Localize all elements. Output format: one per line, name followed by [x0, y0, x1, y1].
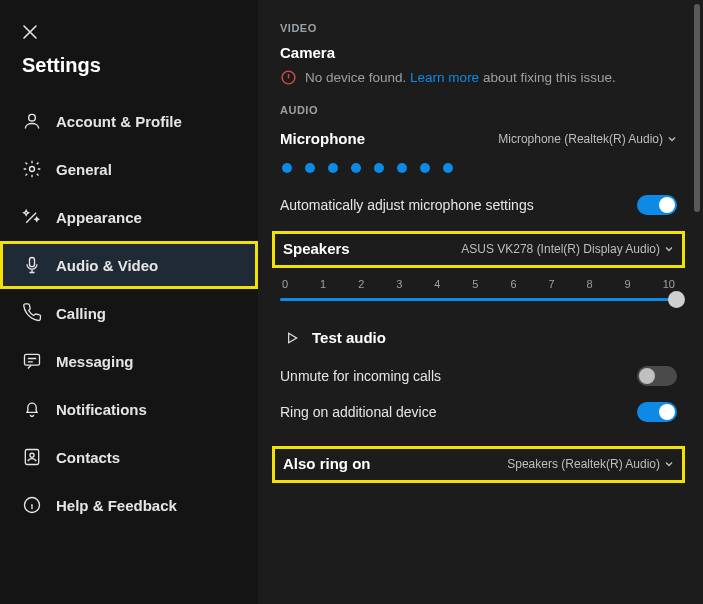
audio-section-label: AUDIO	[280, 104, 677, 116]
bell-icon	[22, 399, 42, 419]
sidebar-item-appearance[interactable]: Appearance	[0, 193, 258, 241]
also-ring-row: Also ring on Speakers (Realtek(R) Audio)	[283, 451, 674, 478]
settings-sidebar: Settings Account & Profile General Appea…	[0, 0, 258, 604]
sidebar-item-label: Help & Feedback	[56, 497, 177, 514]
microphone-dropdown[interactable]: Microphone (Realtek(R) Audio)	[498, 132, 677, 146]
slider-fill	[280, 298, 677, 301]
sidebar-item-label: Contacts	[56, 449, 120, 466]
slider-track[interactable]	[280, 298, 677, 301]
settings-title: Settings	[0, 50, 258, 97]
video-section-label: VIDEO	[280, 22, 677, 34]
chevron-down-icon	[667, 134, 677, 144]
sidebar-item-label: Account & Profile	[56, 113, 182, 130]
svg-point-1	[30, 167, 35, 172]
sidebar-item-label: Appearance	[56, 209, 142, 226]
sidebar-item-label: Notifications	[56, 401, 147, 418]
sidebar-item-contacts[interactable]: Contacts	[0, 433, 258, 481]
alert-icon	[280, 69, 297, 86]
play-icon	[284, 330, 300, 346]
sidebar-item-calling[interactable]: Calling	[0, 289, 258, 337]
unmute-toggle[interactable]	[637, 366, 677, 386]
chat-icon	[22, 351, 42, 371]
info-icon	[22, 495, 42, 515]
microphone-level-meter	[280, 153, 677, 187]
close-icon[interactable]	[22, 24, 236, 40]
camera-warning: No device found. Learn more about fixing…	[280, 69, 677, 86]
person-icon	[22, 111, 42, 131]
svg-rect-2	[30, 258, 35, 267]
ring-additional-row: Ring on additional device	[280, 394, 677, 430]
chevron-down-icon	[664, 244, 674, 254]
microphone-device: Microphone (Realtek(R) Audio)	[498, 132, 663, 146]
sidebar-item-account[interactable]: Account & Profile	[0, 97, 258, 145]
speakers-dropdown[interactable]: ASUS VK278 (Intel(R) Display Audio)	[461, 242, 674, 256]
also-ring-device: Speakers (Realtek(R) Audio)	[507, 457, 660, 471]
also-ring-heading: Also ring on	[283, 455, 371, 472]
settings-content: VIDEO Camera No device found. Learn more…	[258, 0, 703, 604]
microphone-row: Microphone Microphone (Realtek(R) Audio)	[280, 126, 677, 153]
sidebar-item-label: General	[56, 161, 112, 178]
contacts-icon	[22, 447, 42, 467]
speakers-highlight: Speakers ASUS VK278 (Intel(R) Display Au…	[272, 231, 685, 268]
speaker-volume-slider[interactable]: 012345678910	[280, 272, 677, 317]
test-audio-button[interactable]: Test audio	[280, 317, 677, 358]
wand-icon	[22, 207, 42, 227]
sidebar-item-label: Messaging	[56, 353, 134, 370]
sidebar-item-label: Calling	[56, 305, 106, 322]
unmute-row: Unmute for incoming calls	[280, 358, 677, 394]
sidebar-item-audio-video[interactable]: Audio & Video	[0, 241, 258, 289]
camera-heading: Camera	[280, 44, 677, 61]
gear-icon	[22, 159, 42, 179]
svg-point-0	[29, 114, 36, 121]
speakers-device: ASUS VK278 (Intel(R) Display Audio)	[461, 242, 660, 256]
svg-point-5	[30, 453, 34, 457]
auto-adjust-toggle[interactable]	[637, 195, 677, 215]
sidebar-item-messaging[interactable]: Messaging	[0, 337, 258, 385]
ring-additional-label: Ring on additional device	[280, 404, 436, 420]
svg-rect-3	[25, 354, 40, 365]
auto-adjust-row: Automatically adjust microphone settings	[280, 187, 677, 223]
scrollbar[interactable]	[694, 4, 700, 212]
test-audio-label: Test audio	[312, 329, 386, 346]
microphone-icon	[22, 255, 42, 275]
phone-icon	[22, 303, 42, 323]
settings-nav: Account & Profile General Appearance Aud…	[0, 97, 258, 529]
ring-additional-toggle[interactable]	[637, 402, 677, 422]
chevron-down-icon	[664, 459, 674, 469]
slider-knob[interactable]	[668, 291, 685, 308]
warning-suffix: about fixing this issue.	[483, 70, 616, 85]
speakers-heading: Speakers	[283, 240, 350, 257]
slider-ticks: 012345678910	[280, 278, 677, 294]
also-ring-highlight: Also ring on Speakers (Realtek(R) Audio)	[272, 446, 685, 483]
microphone-heading: Microphone	[280, 130, 365, 147]
speakers-row: Speakers ASUS VK278 (Intel(R) Display Au…	[283, 236, 674, 263]
learn-more-link[interactable]: Learn more	[410, 70, 479, 85]
auto-adjust-label: Automatically adjust microphone settings	[280, 197, 534, 213]
sidebar-item-help[interactable]: Help & Feedback	[0, 481, 258, 529]
unmute-label: Unmute for incoming calls	[280, 368, 441, 384]
sidebar-item-general[interactable]: General	[0, 145, 258, 193]
also-ring-dropdown[interactable]: Speakers (Realtek(R) Audio)	[507, 457, 674, 471]
warning-text: No device found.	[305, 70, 406, 85]
sidebar-item-notifications[interactable]: Notifications	[0, 385, 258, 433]
sidebar-item-label: Audio & Video	[56, 257, 158, 274]
